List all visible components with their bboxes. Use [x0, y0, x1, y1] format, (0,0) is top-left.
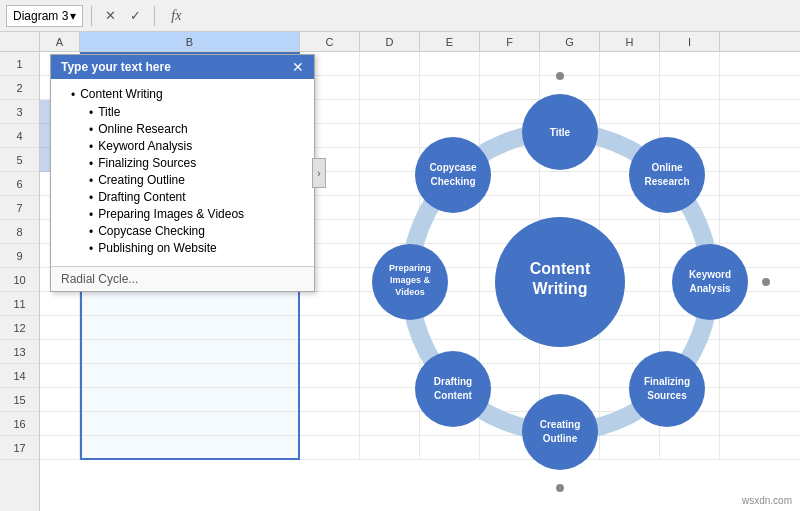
- panel-sub-item-3: • Keyword Analysis: [89, 139, 304, 154]
- center-text-line1: Content: [530, 260, 591, 277]
- row-8: 8: [0, 220, 39, 244]
- panel-sub-item-6: • Drafting Content: [89, 190, 304, 205]
- bullet-icon: •: [89, 157, 93, 171]
- row-1: 1: [0, 52, 39, 76]
- anchor-bottom: [556, 484, 564, 492]
- row-numbers: 1 2 3 4 5 6 7 8 9 10 11 12 13 14 15 16 1…: [0, 52, 40, 511]
- row-17: 17: [0, 436, 39, 460]
- node-drafting-content: [415, 351, 491, 427]
- column-headers: A B C D E F G H I: [0, 32, 800, 52]
- close-button[interactable]: ✕: [100, 5, 121, 27]
- spreadsheet: 1 2 3 4 5 6 7 8 9 10 11 12 13 14 15 16 1…: [0, 52, 800, 511]
- toolbar-separator-2: [154, 6, 155, 26]
- row-16: 16: [0, 412, 39, 436]
- toolbar: Diagram 3 ▾ ✕ ✓ fx: [0, 0, 800, 32]
- col-header-c[interactable]: C: [300, 32, 360, 51]
- anchor-right: [762, 278, 770, 286]
- panel-footer-label: Radial Cycle...: [61, 272, 138, 286]
- row-2: 2: [0, 76, 39, 100]
- diagram-select[interactable]: Diagram 3 ▾: [6, 5, 83, 27]
- panel-sub-label-7: Preparing Images & Videos: [98, 207, 244, 221]
- col-header-a[interactable]: A: [40, 32, 80, 51]
- row-12: 12: [0, 316, 39, 340]
- col-header-b[interactable]: B: [80, 32, 300, 51]
- node-copycase-checking: [415, 137, 491, 213]
- svg-text:Drafting: Drafting: [434, 376, 472, 387]
- svg-text:Preparing: Preparing: [389, 263, 431, 273]
- panel-sub-item-2: • Online Research: [89, 122, 304, 137]
- row-15: 15: [0, 388, 39, 412]
- svg-text:Checking: Checking: [430, 176, 475, 187]
- panel-sub-item-9: • Publishing on Website: [89, 241, 304, 256]
- watermark: wsxdn.com: [742, 495, 792, 506]
- row-7: 7: [0, 196, 39, 220]
- panel-sub-item-8: • Copycase Checking: [89, 224, 304, 239]
- panel-sub-item-4: • Finalizing Sources: [89, 156, 304, 171]
- radial-diagram-svg: Content Writing Title Online Research Ke…: [350, 72, 770, 492]
- panel-main-item: • Content Writing: [71, 87, 304, 102]
- center-text-line2: Writing: [533, 280, 588, 297]
- row-14: 14: [0, 364, 39, 388]
- col-header-g[interactable]: G: [540, 32, 600, 51]
- svg-text:Finalizing: Finalizing: [644, 376, 690, 387]
- text-panel-body: • Content Writing • Title • Online Resea…: [51, 79, 314, 266]
- radial-container: Content Writing Title Online Research Ke…: [350, 72, 770, 492]
- node-finalizing-sources: [629, 351, 705, 427]
- panel-sub-label-6: Drafting Content: [98, 190, 185, 204]
- text-panel-footer: Radial Cycle...: [51, 266, 314, 291]
- bullet-icon: •: [89, 174, 93, 188]
- panel-sub-label-2: Online Research: [98, 122, 187, 136]
- bullet-icon: •: [89, 225, 93, 239]
- col-header-d[interactable]: D: [360, 32, 420, 51]
- col-header-i[interactable]: I: [660, 32, 720, 51]
- svg-text:Online: Online: [651, 162, 683, 173]
- svg-text:Outline: Outline: [543, 433, 578, 444]
- row-6: 6: [0, 172, 39, 196]
- diagram-area: Content Writing Title Online Research Ke…: [325, 57, 795, 506]
- text-panel[interactable]: Type your text here ✕ • Content Writing …: [50, 54, 315, 292]
- bullet-icon: •: [89, 123, 93, 137]
- node-title-label: Title: [550, 127, 571, 138]
- text-panel-close-button[interactable]: ✕: [292, 60, 304, 74]
- svg-text:Research: Research: [644, 176, 689, 187]
- panel-main-label: Content Writing: [80, 87, 162, 101]
- row-num-header: [0, 32, 40, 51]
- svg-text:Keyword: Keyword: [689, 269, 731, 280]
- node-online-research: [629, 137, 705, 213]
- panel-sub-item-5: • Creating Outline: [89, 173, 304, 188]
- svg-text:Creating: Creating: [540, 419, 581, 430]
- toolbar-separator: [91, 6, 92, 26]
- row-13: 13: [0, 340, 39, 364]
- cell-area[interactable]: const gridLines = document.querySelector…: [40, 52, 800, 511]
- panel-sub-label-1: Title: [98, 105, 120, 119]
- bullet-icon: •: [89, 208, 93, 222]
- panel-sub-item-7: • Preparing Images & Videos: [89, 207, 304, 222]
- panel-sub-label-4: Finalizing Sources: [98, 156, 196, 170]
- scroll-arrow[interactable]: ›: [312, 158, 326, 188]
- col-header-e[interactable]: E: [420, 32, 480, 51]
- text-panel-title: Type your text here: [61, 60, 171, 74]
- bullet-icon: •: [89, 242, 93, 256]
- row-3: 3: [0, 100, 39, 124]
- col-header-h[interactable]: H: [600, 32, 660, 51]
- panel-sub-label-5: Creating Outline: [98, 173, 185, 187]
- panel-sub-label-8: Copycase Checking: [98, 224, 205, 238]
- panel-sub-label-3: Keyword Analysis: [98, 139, 192, 153]
- svg-text:Sources: Sources: [647, 390, 687, 401]
- bullet-icon: •: [89, 106, 93, 120]
- node-keyword-analysis: [672, 244, 748, 320]
- svg-text:Copycase: Copycase: [429, 162, 477, 173]
- fx-icon: fx: [163, 6, 189, 26]
- row-9: 9: [0, 244, 39, 268]
- confirm-button[interactable]: ✓: [125, 5, 146, 27]
- svg-text:Videos: Videos: [395, 287, 424, 297]
- col-header-f[interactable]: F: [480, 32, 540, 51]
- svg-text:Content: Content: [434, 390, 472, 401]
- bullet-icon: •: [89, 191, 93, 205]
- svg-text:Analysis: Analysis: [689, 283, 731, 294]
- svg-text:Images &: Images &: [390, 275, 431, 285]
- chevron-down-icon: ▾: [70, 9, 76, 23]
- row-11: 11: [0, 292, 39, 316]
- row-10: 10: [0, 268, 39, 292]
- row-5: 5: [0, 148, 39, 172]
